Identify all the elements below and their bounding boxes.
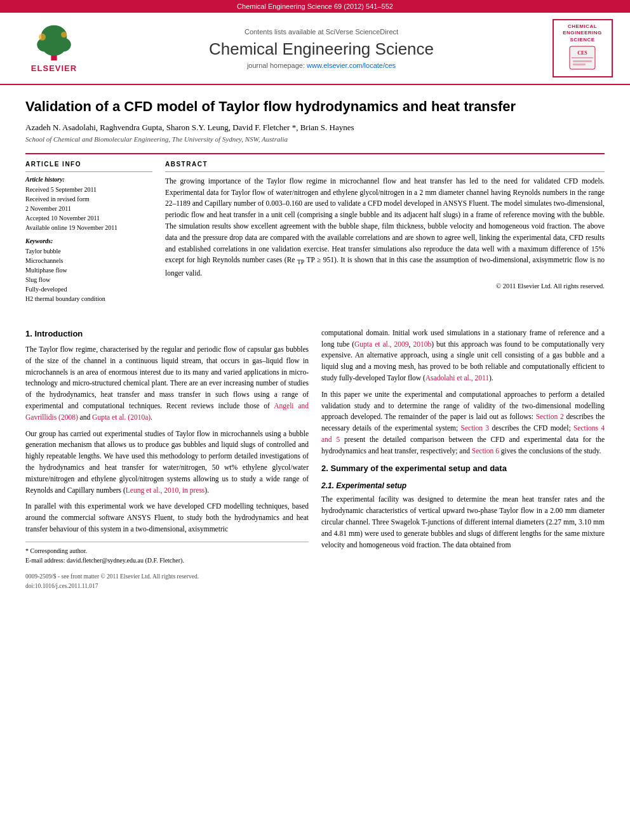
left-column: 1. Introduction The Taylor flow regime, … [25,328,309,591]
authors-text: Azadeh N. Asadolahi, Raghvendra Gupta, S… [25,123,354,132]
paper-title: Validation of a CFD model of Taylor flow… [25,98,605,116]
ref-section3[interactable]: Section 3 [461,424,490,432]
footnote-corresponding: * Corresponding author. [25,546,309,556]
journal-homepage-line: journal homepage: www.elsevier.com/locat… [95,62,547,69]
footnote-email: E-mail address: david.fletcher@sydney.ed… [25,556,309,566]
contents-text: Contents lists available at SciVerse Sci… [245,28,398,36]
journal-header: ELSEVIER Contents lists available at Sci… [0,13,630,85]
ref-angeli[interactable]: Angeli and Gavrillidis (2008) [25,402,309,421]
accepted-date: Accepted 10 November 2011 [25,213,152,223]
issn-area: 0009-2509/$ - see front matter © 2011 El… [25,572,309,590]
abstract-body: The growing importance of the Taylor flo… [165,177,605,264]
svg-rect-11 [573,63,586,65]
abstract-subscript: TP [297,259,304,266]
article-info-title: ARTICLE INFO [25,161,152,168]
keyword-6: H2 thermal boundary condition [25,294,152,303]
ref-leung[interactable]: Leung et al., 2010, in press [126,486,205,494]
journal-url[interactable]: www.elsevier.com/locate/ces [307,62,396,69]
journal-center: Contents lists available at SciVerse Sci… [95,28,547,69]
keyword-1: Taylor bubble [25,246,152,256]
svg-point-6 [61,32,67,37]
keyword-3: Multiphase flow [25,265,152,275]
elsevier-tree-icon [25,24,83,62]
article-info-divider [25,171,152,172]
ces-logo-title: CHEMICALENGINEERINGSCIENCE [557,23,608,43]
right-para-1: computational domain. Initial work used … [321,328,605,384]
keywords-title: Keywords: [25,237,152,244]
section-2-heading: 2. Summary of the experimental setup and… [321,462,605,475]
abstract-title: ABSTRACT [165,161,605,168]
affiliation-line: School of Chemical and Biomolecular Engi… [25,135,605,143]
ref-asadolahi2011[interactable]: Asadolahi et al., 2011 [426,374,489,382]
svg-point-4 [43,41,64,55]
abstract-text: The growing importance of the Taylor flo… [165,176,605,279]
authors-line: Azadeh N. Asadolahi, Raghvendra Gupta, S… [25,123,605,133]
homepage-label: journal homepage: [247,62,305,69]
revised-date: 2 November 2011 [25,204,152,213]
copyright-line: © 2011 Elsevier Ltd. All rights reserved… [165,283,605,290]
keyword-4: Slug flow [25,275,152,284]
abstract-divider [165,171,605,172]
right-para-3: The experimental facility was designed t… [321,494,605,550]
journal-title: Chemical Engineering Science [95,39,547,59]
footnote-area: * Corresponding author. E-mail address: … [25,542,309,566]
keyword-5: Fully-developed [25,284,152,294]
intro-para-2: Our group has carried out experimental s… [25,429,309,497]
elsevier-wordmark: ELSEVIER [31,63,77,73]
main-body: 1. Introduction The Taylor flow regime, … [0,328,630,604]
intro-para-1: The Taylor flow regime, characterised by… [25,344,309,423]
section-21-heading: 2.1. Experimental setup [321,480,605,492]
journal-logo-right: CHEMICALENGINEERINGSCIENCE CES [547,19,617,77]
history-title: Article history: [25,176,152,183]
received-date: Received 5 September 2011 [25,185,152,194]
right-para-2: In this paper we unite the experimental … [321,389,605,457]
journal-citation-bar: Chemical Engineering Science 69 (2012) 5… [0,0,630,13]
issn-line2: doi:10.1016/j.ces.2011.11.017 [25,582,309,591]
ref-gupta2010a[interactable]: Gupta et al. (2010a) [92,413,151,421]
available-date: Available online 19 November 2011 [25,223,152,232]
ref-gupta2010b[interactable]: 2010b [413,340,431,348]
keywords-section: Keywords: Taylor bubble Microchannels Mu… [25,237,152,303]
elsevier-logo: ELSEVIER [13,24,95,73]
contents-available-line: Contents lists available at SciVerse Sci… [95,28,547,36]
article-info-abstract-row: ARTICLE INFO Article history: Received 5… [25,153,605,303]
ces-logo-icon: CES [566,45,598,70]
ref-gupta2009[interactable]: Gupta et al., 2009 [354,340,408,348]
svg-text:CES: CES [577,50,587,56]
received-revised-label: Received in revised form [25,194,152,204]
ref-section2[interactable]: Section 2 [536,413,564,420]
intro-para-3: In parallel with this experimental work … [25,501,309,535]
svg-rect-10 [573,60,592,62]
section-1-heading: 1. Introduction [25,328,309,340]
abstract-panel: ABSTRACT The growing importance of the T… [165,161,605,303]
paper-content: Validation of a CFD model of Taylor flow… [0,85,630,328]
journal-citation-text: Chemical Engineering Science 69 (2012) 5… [237,3,393,10]
ces-logo-box: CHEMICALENGINEERINGSCIENCE CES [553,19,613,77]
article-info-panel: ARTICLE INFO Article history: Received 5… [25,161,152,303]
keyword-2: Microchannels [25,256,152,265]
right-column: computational domain. Initial work used … [321,328,605,591]
ref-section6[interactable]: Section 6 [472,447,499,455]
issn-line1: 0009-2509/$ - see front matter © 2011 El… [25,572,309,582]
svg-point-5 [39,33,46,40]
